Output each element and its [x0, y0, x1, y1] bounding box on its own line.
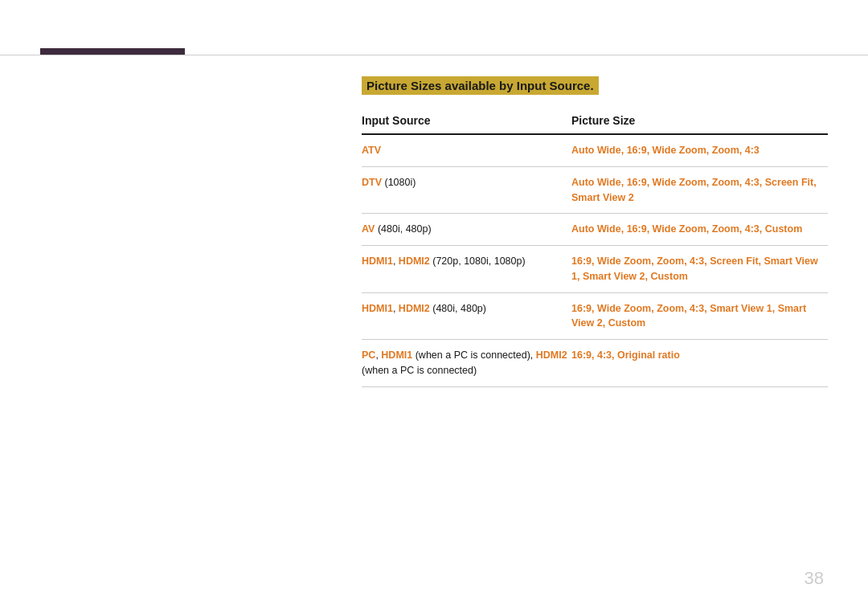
source-normal: (480i, 480p) — [430, 303, 486, 314]
source-highlight: HDMI1 — [362, 303, 393, 314]
top-bar — [0, 55, 868, 55]
table-row: PC, HDMI1 (when a PC is connected), HDMI… — [362, 340, 828, 387]
picture-size-value: Auto Wide, 16:9, Wide Zoom, Zoom, 4:3 — [571, 145, 760, 156]
source-normal: (480i, 480p) — [375, 223, 431, 235]
input-source-cell: DTV (1080i) — [362, 166, 571, 214]
col-header-picture-size: Picture Size — [571, 114, 828, 134]
source-highlight: HDMI2 — [536, 349, 567, 361]
page-title: Picture Sizes available by Input Source. — [362, 76, 599, 95]
picture-size-cell: Auto Wide, 16:9, Wide Zoom, Zoom, 4:3, C… — [571, 214, 828, 246]
picture-size-cell: 16:9, Wide Zoom, Zoom, 4:3, Screen Fit, … — [571, 246, 828, 293]
source-highlight: AV — [362, 223, 375, 235]
table-row: ATVAuto Wide, 16:9, Wide Zoom, Zoom, 4:3 — [362, 134, 828, 166]
source-normal: (720p, 1080i, 1080p) — [430, 255, 526, 267]
page-number: 38 — [805, 568, 824, 589]
source-normal: (1080i) — [382, 177, 416, 188]
source-normal: (when a PC is connected) — [362, 365, 477, 376]
picture-size-value: 16:9, 4:3, Original ratio — [571, 349, 680, 361]
sizes-table: Input Source Picture Size ATVAuto Wide, … — [362, 114, 828, 387]
source-normal: , — [393, 255, 399, 267]
main-content: Picture Sizes available by Input Source.… — [362, 76, 828, 387]
source-highlight: DTV — [362, 177, 382, 188]
source-highlight: HDMI2 — [399, 255, 430, 267]
input-source-cell: HDMI1, HDMI2 (480i, 480p) — [362, 292, 571, 340]
table-row: DTV (1080i)Auto Wide, 16:9, Wide Zoom, Z… — [362, 166, 828, 214]
input-source-cell: HDMI1, HDMI2 (720p, 1080i, 1080p) — [362, 246, 571, 293]
picture-size-cell: 16:9, Wide Zoom, Zoom, 4:3, Smart View 1… — [571, 292, 828, 340]
source-normal: (when a PC is connected), — [412, 349, 536, 361]
table-row: HDMI1, HDMI2 (720p, 1080i, 1080p)16:9, W… — [362, 246, 828, 293]
page-container: Picture Sizes available by Input Source.… — [0, 0, 868, 613]
table-row: HDMI1, HDMI2 (480i, 480p)16:9, Wide Zoom… — [362, 292, 828, 340]
picture-size-cell: Auto Wide, 16:9, Wide Zoom, Zoom, 4:3, S… — [571, 166, 828, 214]
input-source-cell: PC, HDMI1 (when a PC is connected), HDMI… — [362, 340, 571, 387]
input-source-cell: AV (480i, 480p) — [362, 214, 571, 246]
source-normal: , — [393, 303, 399, 314]
picture-size-value: Auto Wide, 16:9, Wide Zoom, Zoom, 4:3, C… — [571, 223, 802, 235]
table-row: AV (480i, 480p)Auto Wide, 16:9, Wide Zoo… — [362, 214, 828, 246]
source-highlight: ATV — [362, 145, 381, 156]
source-highlight: PC — [362, 349, 375, 361]
source-highlight: HDMI2 — [399, 303, 430, 314]
input-source-cell: ATV — [362, 134, 571, 166]
picture-size-cell: 16:9, 4:3, Original ratio — [571, 340, 828, 387]
col-header-input-source: Input Source — [362, 114, 571, 134]
source-highlight: HDMI1 — [381, 349, 412, 361]
picture-size-value: 16:9, Wide Zoom, Zoom, 4:3, Smart View 1… — [571, 303, 806, 329]
picture-size-cell: Auto Wide, 16:9, Wide Zoom, Zoom, 4:3 — [571, 134, 828, 166]
picture-size-value: 16:9, Wide Zoom, Zoom, 4:3, Screen Fit, … — [571, 255, 818, 282]
picture-size-value: Auto Wide, 16:9, Wide Zoom, Zoom, 4:3, S… — [571, 177, 817, 203]
source-highlight: HDMI1 — [362, 255, 393, 267]
